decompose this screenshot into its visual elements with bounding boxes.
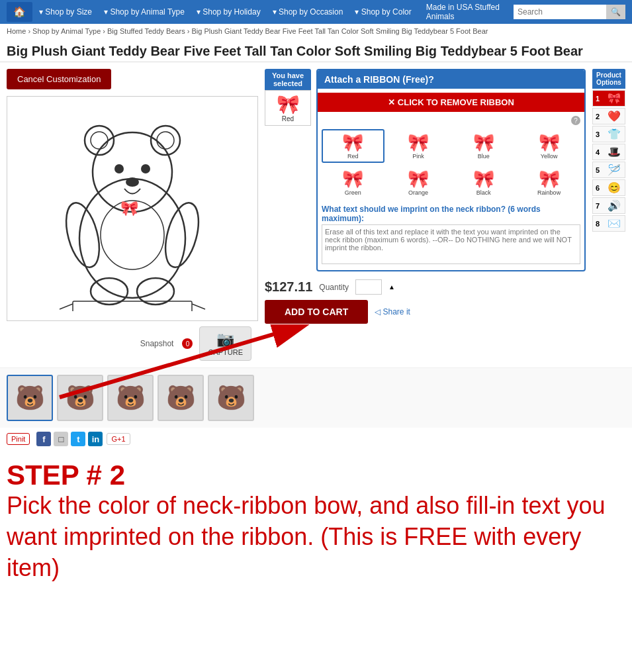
ribbon-color-yellow[interactable]: 🎀 Yellow xyxy=(518,129,580,163)
bow-black-icon: 🎀 xyxy=(473,169,494,189)
bow-green-label: Green xyxy=(345,189,361,196)
social-icons: f □ t in xyxy=(36,432,103,446)
nav-shop-by-size[interactable]: ▾ Shop by Size xyxy=(34,3,97,21)
bow-rainbow-icon: 🎀 xyxy=(539,169,560,189)
nav-shop-by-color[interactable]: ▾ Shop by Color xyxy=(349,3,416,21)
ribbon-panel: Attach a RIBBON (Free)? ✕ CLICK TO REMOV… xyxy=(316,69,586,271)
selected-item-box: 🎀 Red xyxy=(265,90,311,126)
selected-ribbon-icon: 🎀 xyxy=(268,93,308,115)
cancel-customization-button[interactable]: Cancel Customization xyxy=(7,69,111,89)
svg-point-6 xyxy=(114,164,124,173)
bow-green-icon: 🎀 xyxy=(342,169,363,189)
bow-yellow-label: Yellow xyxy=(541,153,558,160)
made-in-usa-label: Made in USA Stuffed Animals xyxy=(421,0,512,25)
nav-shop-by-animal[interactable]: ▾ Shop by Animal Type xyxy=(99,3,190,21)
bear-illustration: 🎀 xyxy=(46,106,218,311)
quantity-label: Quantity xyxy=(319,283,349,292)
option-item-5[interactable]: 5 🪡 xyxy=(592,162,625,178)
svg-rect-15 xyxy=(73,301,192,311)
thumbnail-1[interactable]: 🐻 xyxy=(7,375,53,421)
bow-orange-icon: 🎀 xyxy=(408,169,429,189)
svg-point-0 xyxy=(79,179,185,298)
product-options-header: Product Options xyxy=(592,69,625,89)
option-item-1[interactable]: 1 🎀 xyxy=(592,90,625,107)
add-to-cart-button[interactable]: ADD TO CART xyxy=(265,300,368,324)
option-item-3[interactable]: 3 👕 xyxy=(592,126,625,142)
search-button[interactable]: 🔍 xyxy=(606,5,625,19)
snapshot-label: Snapshot xyxy=(140,339,174,348)
ribbon-color-black[interactable]: 🎀 Black xyxy=(453,166,516,199)
home-button[interactable]: 🏠 xyxy=(7,2,32,22)
social-area: Pinit f □ t in G+1 xyxy=(0,428,632,450)
thumbnail-4[interactable]: 🐻 xyxy=(158,375,204,421)
twitter-icon[interactable]: t xyxy=(71,432,85,446)
selected-panel: You have selected 🎀 Red xyxy=(265,69,311,126)
nav-shop-by-occasion[interactable]: ▾ Shop by Occasion xyxy=(267,3,349,21)
gplus-button[interactable]: G+1 xyxy=(107,433,130,445)
option-3-icon: 👕 xyxy=(608,128,621,140)
ribbon-color-red[interactable]: 🎀 Red xyxy=(322,129,384,163)
step-number: STEP # 2 xyxy=(7,460,625,491)
snapshot-count: 0 xyxy=(182,338,193,349)
ribbon-color-orange[interactable]: 🎀 Orange xyxy=(387,166,450,199)
price-row: $127.11 Quantity 1 ▲ xyxy=(265,279,586,295)
breadcrumb: Home › Shop by Animal Type › Big Stuffed… xyxy=(0,24,632,38)
option-item-6[interactable]: 6 😊 xyxy=(592,179,625,196)
option-item-7[interactable]: 7 🔊 xyxy=(592,197,625,214)
camera-icon: 📷 xyxy=(216,331,234,348)
option-item-2[interactable]: 2 ❤️ xyxy=(592,108,625,124)
selected-header: You have selected xyxy=(265,69,311,90)
share-link[interactable]: ◁ Share it xyxy=(375,307,410,316)
ribbon-text-input[interactable] xyxy=(322,224,580,264)
option-item-8[interactable]: 8 ✉️ xyxy=(592,215,625,232)
svg-text:🎀: 🎀 xyxy=(120,199,139,217)
capture-label: CAPTURE xyxy=(208,348,243,356)
capture-button[interactable]: 📷 CAPTURE xyxy=(199,326,251,361)
option-item-4[interactable]: 4 🎩 xyxy=(592,144,625,160)
bow-orange-label: Orange xyxy=(408,189,428,196)
ribbon-color-pink[interactable]: 🎀 Pink xyxy=(387,129,450,163)
option-8-icon: ✉️ xyxy=(608,217,621,230)
svg-point-5 xyxy=(157,132,174,149)
svg-point-7 xyxy=(141,164,150,173)
ribbon-panel-header: Attach a RIBBON (Free)? xyxy=(318,70,584,89)
ribbon-color-grid: 🎀 Red 🎀 Pink 🎀 Blue 🎀 xyxy=(318,126,584,202)
svg-point-3 xyxy=(91,132,108,149)
remove-ribbon-button[interactable]: ✕ CLICK TO REMOVE RIBBON xyxy=(318,93,584,112)
option-2-icon: ❤️ xyxy=(608,110,621,122)
thumbnail-3[interactable]: 🐻 xyxy=(107,375,154,421)
page-title: Big Plush Giant Teddy Bear Five Feet Tal… xyxy=(0,38,632,62)
option-6-icon: 😊 xyxy=(608,181,621,194)
step-description: Pick the color of neck-ribbon bow, and a… xyxy=(7,491,625,583)
ribbon-color-rainbow[interactable]: 🎀 Rainbow xyxy=(518,166,580,199)
search-input[interactable] xyxy=(514,5,606,19)
bow-pink-label: Pink xyxy=(412,153,424,160)
svg-line-17 xyxy=(192,304,205,309)
bow-red-icon: 🎀 xyxy=(342,132,363,153)
bow-pink-icon: 🎀 xyxy=(408,132,429,153)
bear-image-box: 🎀 xyxy=(7,96,258,321)
bow-rainbow-label: Rainbow xyxy=(537,189,561,196)
ribbon-color-green[interactable]: 🎀 Green xyxy=(322,166,384,199)
quantity-up-button[interactable]: ▲ xyxy=(388,283,395,291)
ribbon-top-row: You have selected 🎀 Red Attach a RIBBON … xyxy=(265,69,586,271)
option-7-icon: 🔊 xyxy=(608,199,621,212)
thumbnail-2[interactable]: 🐻 xyxy=(57,375,103,421)
main-content: Cancel Customization xyxy=(0,62,632,367)
ribbon-text-label: What text should we imprint on the neck … xyxy=(318,202,584,224)
share-icon[interactable]: □ xyxy=(54,432,68,446)
nav-shop-by-holiday[interactable]: ▾ Shop by Holiday xyxy=(191,3,266,21)
option-1-icon: 🎀 xyxy=(608,92,621,105)
linkedin-icon[interactable]: in xyxy=(88,432,103,446)
thumbnails-area: 🐻 🐻 🐻 🐻 🐻 xyxy=(0,367,632,428)
bow-red-label: Red xyxy=(347,153,359,160)
quantity-input[interactable]: 1 xyxy=(355,279,382,295)
thumbnail-5[interactable]: 🐻 xyxy=(208,375,254,421)
bow-yellow-icon: 🎀 xyxy=(539,132,560,153)
svg-point-8 xyxy=(126,177,139,187)
info-icon[interactable]: ? xyxy=(571,116,580,125)
facebook-icon[interactable]: f xyxy=(36,432,51,446)
option-5-icon: 🪡 xyxy=(608,164,621,176)
pinit-button[interactable]: Pinit xyxy=(7,433,30,445)
ribbon-color-blue[interactable]: 🎀 Blue xyxy=(453,129,516,163)
